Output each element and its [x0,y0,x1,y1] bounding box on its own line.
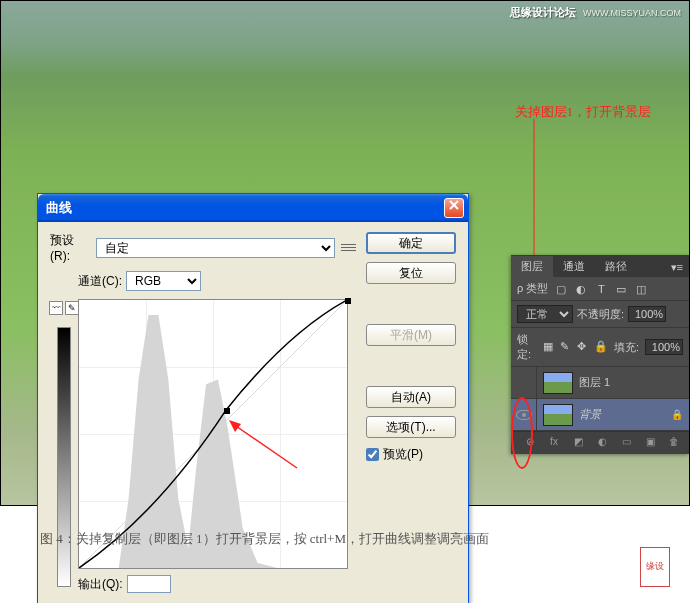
kind-filter-row: ρ 类型 ▢ ◐ T ▭ ◫ [511,277,689,301]
curve-handle-end[interactable] [345,298,351,304]
auto-button[interactable]: 自动(A) [366,386,456,408]
opacity-input[interactable] [628,306,666,322]
visibility-toggle-1[interactable] [511,367,537,398]
lock-label: 锁定: [517,332,537,362]
channel-select[interactable]: RGB [126,271,201,291]
watermark-sub: WWW.MISSYUAN.COM [583,8,681,18]
adjustment-icon[interactable]: ◐ [595,436,609,450]
group-icon[interactable]: ▭ [619,436,633,450]
smooth-button: 平滑(M) [366,324,456,346]
opacity-label: 不透明度: [577,307,624,322]
layer-row-bg[interactable]: 背景 🔒 [511,399,689,431]
visibility-toggle-bg[interactable] [511,399,537,430]
tab-paths[interactable]: 路径 [595,256,637,277]
filter-type-icon[interactable]: T [594,282,608,296]
new-layer-icon[interactable]: ▣ [643,436,657,450]
svg-line-1 [79,300,347,568]
watermark: 思缘设计论坛 WWW.MISSYUAN.COM [510,5,681,20]
layer-thumb-bg [543,404,573,426]
panel-tabs: 图层 通道 路径 ▾≡ [511,255,689,277]
lock-all-icon[interactable]: 🔒 [594,340,608,354]
output-input[interactable] [127,575,171,593]
pencil-tool-icon[interactable]: ✎ [65,301,79,315]
curve-handle[interactable] [224,408,230,414]
watermark-main: 思缘设计论坛 [510,6,576,18]
preview-label: 预览(P) [383,446,423,463]
lock-transparent-icon[interactable]: ▦ [543,340,554,354]
preview-checkbox[interactable] [366,448,379,461]
output-gradient [57,327,71,587]
curve-lines [79,300,347,568]
panel-menu-icon[interactable]: ▾≡ [665,258,689,277]
blend-row: 正常 不透明度: [511,301,689,328]
tool-column: 〰 ✎ [50,299,78,593]
ok-button[interactable]: 确定 [366,232,456,254]
tab-channels[interactable]: 通道 [553,256,595,277]
mask-icon[interactable]: ◩ [571,436,585,450]
annotation-text: 关掉图层1，打开背景层 [515,103,652,121]
dialog-title: 曲线 [42,199,444,217]
curves-graph[interactable] [78,299,348,569]
output-row: 输出(Q): [78,575,348,593]
fx-icon[interactable]: fx [547,436,561,450]
blend-mode-select[interactable]: 正常 [517,305,573,323]
seal-stamp: 缘设 [640,547,670,587]
filter-pixel-icon[interactable]: ▢ [554,282,568,296]
close-button[interactable] [444,198,464,218]
filter-shape-icon[interactable]: ▭ [614,282,628,296]
layer-list: 图层 1 背景 🔒 [511,367,689,431]
preset-row: 预设(R): 自定 [50,232,356,263]
layer-thumb-1 [543,372,573,394]
layer-name-bg[interactable]: 背景 [579,407,671,422]
titlebar[interactable]: 曲线 [38,194,468,222]
eye-icon [516,410,532,420]
preview-checkbox-row[interactable]: 预览(P) [366,446,456,463]
preset-label: 预设(R): [50,232,92,263]
curve-area: 〰 ✎ [50,299,356,593]
filter-smart-icon[interactable]: ◫ [634,282,648,296]
background-photo: 思缘设计论坛 WWW.MISSYUAN.COM 关掉图层1，打开背景层 曲线 预… [0,0,690,506]
output-label: 输出(Q): [78,576,123,593]
kind-label: ρ 类型 [517,281,548,296]
fill-label: 填充: [614,340,639,355]
layer-name-1[interactable]: 图层 1 [579,375,683,390]
graph-wrap: 输出(Q): [78,299,348,593]
channel-row: 通道(C): RGB [50,271,356,291]
lock-paint-icon[interactable]: ✎ [560,340,571,354]
layer-row-1[interactable]: 图层 1 [511,367,689,399]
lock-row: 锁定: ▦ ✎ ✥ 🔒 填充: [511,328,689,367]
layers-bottom-bar: ⊘ fx ◩ ◐ ▭ ▣ 🗑 [511,431,689,454]
tab-layers[interactable]: 图层 [511,256,553,277]
options-button[interactable]: 选项(T)... [366,416,456,438]
filter-adjust-icon[interactable]: ◐ [574,282,588,296]
channel-label: 通道(C): [78,273,122,290]
curve-tool-icon[interactable]: 〰 [49,301,63,315]
figure-caption: 图 4：关掉复制层（即图层 1）打开背景层，按 ctrl+M，打开曲线调整调亮画… [40,530,489,548]
preset-select[interactable]: 自定 [96,238,335,258]
link-icon[interactable]: ⊘ [523,436,537,450]
preset-menu-icon[interactable] [341,241,356,255]
lock-move-icon[interactable]: ✥ [577,340,588,354]
layers-panel: 图层 通道 路径 ▾≡ ρ 类型 ▢ ◐ T ▭ ◫ 正常 不透明度: 锁定: … [511,255,689,454]
fill-input[interactable] [645,339,683,355]
trash-icon[interactable]: 🗑 [667,436,681,450]
cancel-button[interactable]: 复位 [366,262,456,284]
lock-icon: 🔒 [671,409,683,420]
